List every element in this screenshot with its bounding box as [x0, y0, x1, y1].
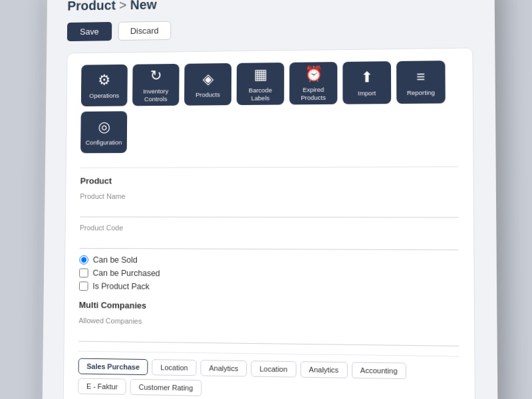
tab-location2[interactable]: Location [251, 360, 296, 377]
product-name-label: Product Name [80, 192, 458, 200]
tab-analytics[interactable]: Analytics [200, 360, 247, 376]
main-window: Product > New Save Discard ⚙Operations↻I… [42, 0, 497, 399]
checkbox-can-be-purchased[interactable] [79, 269, 88, 278]
multi-companies-section: Multi Companies Allowed Companies [78, 300, 459, 346]
divider [80, 166, 458, 168]
tab-e-faktur[interactable]: E - Faktur [78, 378, 126, 394]
product-section-title: Product [80, 175, 458, 186]
product-code-label: Product Code [80, 223, 459, 232]
allowed-companies-group: Allowed Companies [78, 317, 459, 346]
nav-item-products[interactable]: ◈Products [184, 63, 231, 106]
breadcrumb: Product > New [67, 0, 473, 14]
checkbox-label-is-product-pack: Is Product Pack [92, 281, 150, 291]
nav-item-import[interactable]: ⬆Import [342, 61, 391, 104]
nav-item-operations[interactable]: ⚙Operations [81, 65, 128, 106]
checkbox-can-be-sold[interactable] [79, 255, 88, 265]
product-name-group: Product Name [80, 192, 458, 218]
breadcrumb-current: New [130, 0, 157, 12]
tab-customer-rating[interactable]: Customer Rating [130, 379, 201, 396]
inventory-controls-icon: ↻ [150, 67, 162, 84]
nav-item-configuration[interactable]: ◎Configuration [80, 111, 127, 153]
barcode-labels-label: Barcode Labels [239, 86, 282, 102]
product-code-group: Product Code [80, 223, 459, 250]
configuration-icon: ◎ [98, 118, 110, 136]
import-label: Import [358, 89, 376, 97]
multi-companies-title: Multi Companies [79, 300, 460, 314]
barcode-labels-icon: ▦ [253, 66, 267, 83]
tab-accounting[interactable]: Accounting [352, 362, 407, 379]
nav-item-barcode-labels[interactable]: ▦Barcode Labels [237, 63, 285, 105]
product-code-input[interactable] [80, 233, 459, 250]
nav-item-reporting[interactable]: ≡Reporting [396, 61, 446, 104]
checkbox-is-product-pack[interactable] [79, 281, 88, 291]
nav-item-expired-products[interactable]: ⏰Expired Products [289, 62, 337, 104]
checkbox-item-can-be-sold[interactable]: Can be Sold [79, 255, 458, 267]
inventory-controls-label: Inventory Controls [135, 87, 176, 102]
breadcrumb-separator: > [116, 0, 130, 12]
discard-button[interactable]: Discard [118, 21, 171, 41]
tab-analytics2[interactable]: Analytics [300, 361, 347, 378]
main-card: ⚙Operations↻Inventory Controls◈Products▦… [63, 48, 475, 399]
checkbox-label-can-be-purchased: Can be Purchased [92, 269, 160, 279]
expired-products-label: Expired Products [292, 86, 334, 101]
products-icon: ◈ [202, 70, 213, 88]
nav-item-inventory-controls[interactable]: ↻Inventory Controls [132, 64, 180, 106]
checkbox-item-is-product-pack[interactable]: Is Product Pack [79, 281, 459, 294]
allowed-companies-input[interactable] [78, 326, 459, 346]
configuration-label: Configuration [86, 138, 122, 146]
tab-sales-purchase[interactable]: Sales Purchase [78, 358, 148, 376]
checkbox-item-can-be-purchased[interactable]: Can be Purchased [79, 269, 459, 281]
operations-label: Operations [89, 92, 119, 100]
save-button[interactable]: Save [67, 22, 112, 41]
import-icon: ⬆ [360, 68, 372, 86]
nav-icons-bar: ⚙Operations↻Inventory Controls◈Products▦… [80, 61, 458, 153]
reporting-label: Reporting [407, 88, 435, 96]
products-label: Products [196, 90, 220, 98]
operations-icon: ⚙ [98, 72, 111, 89]
expired-products-icon: ⏰ [305, 65, 323, 82]
reporting-icon: ≡ [416, 68, 425, 85]
breadcrumb-parent: Product [67, 0, 116, 13]
tab-location[interactable]: Location [152, 359, 197, 376]
checkbox-label-can-be-sold: Can be Sold [93, 255, 138, 265]
tabs-row: Sales PurchaseLocationAnalyticsLocationA… [78, 351, 460, 399]
product-name-input[interactable] [80, 201, 458, 218]
checkbox-group: Can be SoldCan be PurchasedIs Product Pa… [79, 255, 459, 294]
toolbar: Save Discard [67, 16, 473, 41]
